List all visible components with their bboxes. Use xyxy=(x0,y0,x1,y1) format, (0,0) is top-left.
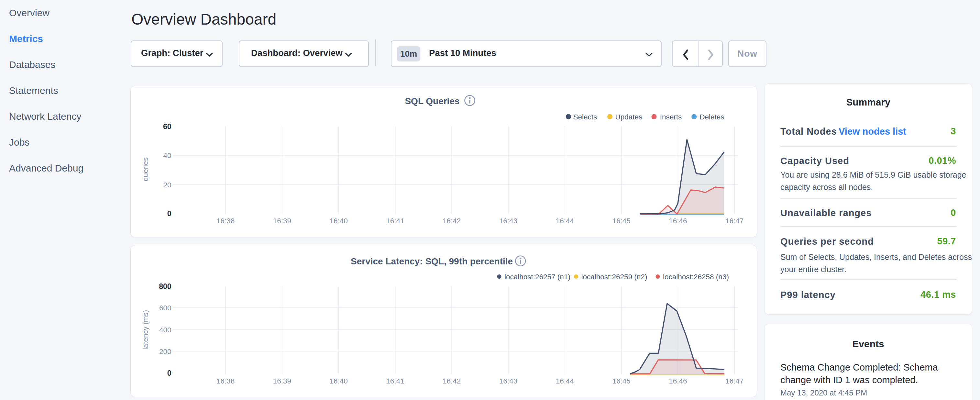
svg-text:0: 0 xyxy=(167,209,172,218)
svg-text:16:45: 16:45 xyxy=(612,377,630,385)
svg-text:16:42: 16:42 xyxy=(442,217,461,225)
svg-text:Inserts: Inserts xyxy=(660,113,682,121)
svg-text:16:42: 16:42 xyxy=(442,377,461,385)
svg-text:20: 20 xyxy=(163,181,171,189)
svg-text:16:46: 16:46 xyxy=(669,217,687,225)
svg-text:0: 0 xyxy=(167,369,172,377)
svg-text:16:38: 16:38 xyxy=(216,377,235,385)
svg-text:Deletes: Deletes xyxy=(700,113,724,121)
svg-text:16:40: 16:40 xyxy=(329,377,347,385)
svg-text:Selects: Selects xyxy=(573,113,597,121)
svg-text:queries: queries xyxy=(142,157,150,181)
svg-text:16:46: 16:46 xyxy=(669,377,687,385)
svg-text:localhost:26258 (n3): localhost:26258 (n3) xyxy=(663,273,729,281)
svg-text:16:43: 16:43 xyxy=(499,377,517,385)
svg-text:16:41: 16:41 xyxy=(386,217,404,225)
svg-text:40: 40 xyxy=(163,151,171,159)
svg-text:localhost:26257 (n1): localhost:26257 (n1) xyxy=(504,273,570,281)
svg-text:Service Latency: SQL, 99th per: Service Latency: SQL, 99th percentile xyxy=(351,256,513,266)
svg-text:16:43: 16:43 xyxy=(499,217,517,225)
svg-text:16:47: 16:47 xyxy=(725,217,743,225)
svg-text:16:41: 16:41 xyxy=(386,377,404,385)
svg-text:200: 200 xyxy=(159,347,172,356)
svg-text:latency (ms): latency (ms) xyxy=(142,310,150,350)
svg-text:16:47: 16:47 xyxy=(725,377,743,385)
svg-text:16:44: 16:44 xyxy=(556,377,574,385)
svg-text:800: 800 xyxy=(159,282,171,291)
svg-text:16:44: 16:44 xyxy=(556,217,574,225)
svg-text:16:45: 16:45 xyxy=(612,217,630,225)
svg-text:16:38: 16:38 xyxy=(216,217,235,225)
svg-text:60: 60 xyxy=(163,122,172,131)
svg-text:Updates: Updates xyxy=(615,113,642,121)
svg-text:16:39: 16:39 xyxy=(273,377,291,385)
svg-text:SQL Queries: SQL Queries xyxy=(405,96,460,106)
svg-text:16:40: 16:40 xyxy=(329,217,347,225)
svg-text:400: 400 xyxy=(159,326,172,334)
svg-text:localhost:26259 (n2): localhost:26259 (n2) xyxy=(581,273,648,281)
svg-text:16:39: 16:39 xyxy=(273,217,291,225)
svg-text:600: 600 xyxy=(159,304,172,312)
